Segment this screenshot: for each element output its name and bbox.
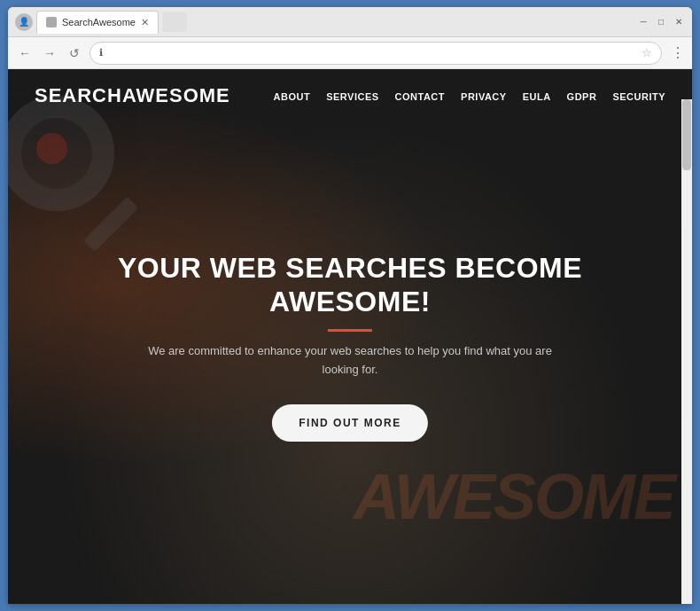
nav-link-about[interactable]: ABOUT	[274, 91, 311, 102]
nav-link-contact[interactable]: CONTACT	[395, 91, 445, 102]
close-button[interactable]: ✕	[673, 16, 685, 28]
back-button[interactable]: ←	[15, 43, 35, 63]
bookmark-icon[interactable]: ☆	[642, 46, 652, 59]
hero-section: AWESOME SEARCHAWESOME ABOUT SERVICES CON…	[8, 69, 692, 604]
nav-link-services[interactable]: SERVICES	[326, 91, 378, 102]
nav-item-services[interactable]: SERVICES	[326, 88, 378, 104]
browser-menu-button[interactable]: ⋮	[671, 44, 685, 61]
tab-close-button[interactable]: ✕	[141, 18, 149, 27]
hero-title: YOUR WEB SEARCHES BECOME AWESOME!	[59, 251, 641, 319]
hero-content: YOUR WEB SEARCHES BECOME AWESOME! We are…	[59, 251, 641, 442]
hero-subtitle: We are committed to enhance your web sea…	[137, 342, 563, 380]
forward-button[interactable]: →	[40, 43, 59, 63]
profile-icon[interactable]: 👤	[15, 13, 33, 31]
security-icon: ℹ	[99, 47, 103, 59]
scrollbar[interactable]	[681, 99, 692, 604]
nav-item-privacy[interactable]: PRIVACY	[461, 88, 507, 104]
site-logo: SEARCHAWESOME	[35, 84, 274, 107]
nav-link-security[interactable]: SECURITY	[612, 91, 665, 102]
nav-item-eula[interactable]: EULA	[523, 88, 551, 104]
nav-links: ABOUT SERVICES CONTACT PRIVACY EULA	[274, 88, 665, 104]
site-navigation: SEARCHAWESOME ABOUT SERVICES CONTACT PRI…	[8, 69, 692, 122]
title-bar: 👤 SearchAwesome ✕ ─ □ ✕	[8, 7, 692, 37]
browser-window: 👤 SearchAwesome ✕ ─ □ ✕ ← → ↺ ℹ ☆ ⋮	[8, 7, 692, 604]
minimize-button[interactable]: ─	[637, 16, 649, 28]
tab-bar: SearchAwesome ✕	[36, 11, 630, 34]
active-tab[interactable]: SearchAwesome ✕	[36, 11, 159, 34]
find-out-more-button[interactable]: FIND OUT MORE	[272, 404, 428, 442]
nav-item-gdpr[interactable]: GDPR	[567, 88, 597, 104]
browser-toolbar: ← → ↺ ℹ ☆ ⋮	[8, 37, 692, 69]
hero-divider	[328, 329, 372, 332]
refresh-button[interactable]: ↺	[65, 43, 84, 63]
website-content: AWESOME SEARCHAWESOME ABOUT SERVICES CON…	[8, 69, 692, 604]
tab-favicon	[46, 17, 57, 27]
nav-link-gdpr[interactable]: GDPR	[567, 91, 597, 102]
hero-title-line2: AWESOME!	[269, 286, 431, 317]
tab-title: SearchAwesome	[62, 17, 136, 27]
new-tab-button[interactable]	[162, 12, 187, 32]
nav-link-eula[interactable]: EULA	[523, 91, 551, 102]
restore-button[interactable]: □	[655, 16, 667, 28]
nav-item-about[interactable]: ABOUT	[274, 88, 311, 104]
nav-item-security[interactable]: SECURITY	[612, 88, 665, 104]
nav-item-contact[interactable]: CONTACT	[395, 88, 445, 104]
address-bar[interactable]: ℹ ☆	[89, 42, 662, 65]
window-controls: ─ □ ✕	[637, 16, 685, 28]
nav-link-privacy[interactable]: PRIVACY	[461, 91, 507, 102]
hero-title-line1: YOUR WEB SEARCHES BECOME	[118, 252, 582, 284]
